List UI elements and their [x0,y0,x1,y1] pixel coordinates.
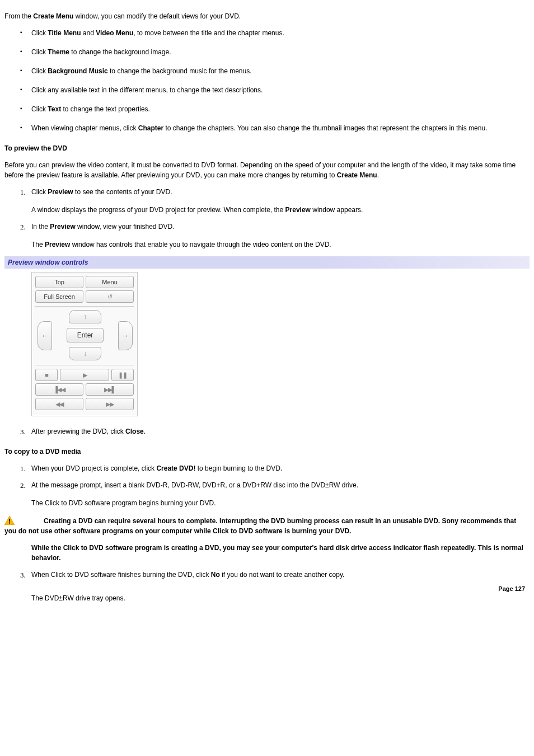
list-item: When Click to DVD software finishes burn… [20,570,530,598]
warning-icon [4,516,15,525]
fullscreen-button[interactable]: Full Screen [35,290,83,303]
list-item: When your DVD project is complete, click… [20,463,530,473]
arrow-up-icon: ↑ [83,312,87,322]
section-heading-copy: To copy to a DVD media [4,447,530,457]
play-button[interactable]: ▶ [60,369,109,381]
intro-paragraph: From the Create Menu window, you can mod… [4,11,530,21]
bullet-item: Click any available text in the differen… [20,85,530,95]
fast-forward-button[interactable]: ▶▶ [86,398,134,410]
top-button[interactable]: Top [35,276,83,288]
text-bold: Create Menu [33,12,73,20]
preview-steps-cont: After previewing the DVD, click Close. [4,426,530,436]
rewind-button[interactable]: ◀◀ [35,398,83,410]
warning-paragraph-1: Creating a DVD can require several hours… [4,516,530,536]
list-item: After previewing the DVD, click Close. [20,426,530,436]
arrow-down-icon: ↓ [83,349,87,359]
preview-intro: Before you can preview the video content… [4,160,530,180]
list-item: In the Preview window, view your finishe… [20,222,530,250]
rotate-button[interactable]: ↺ [86,290,134,303]
skip-back-button[interactable]: ▐◀◀ [35,383,83,396]
figure-caption: Preview window controls [4,256,530,269]
warning-block: Creating a DVD can require several hours… [4,516,530,563]
enter-button[interactable]: Enter [67,328,104,342]
nav-down-button[interactable]: ↓ [69,347,101,360]
list-item: At the message prompt, insert a blank DV… [20,480,530,508]
skip-back-icon: ▐◀◀ [54,385,65,395]
arrow-left-icon: ← [41,331,48,341]
preview-controls-panel: Top Menu Full Screen ↺ ↑ ← Enter → ↓ ■ ▶… [31,272,138,416]
text: window, you can modify the default views… [73,12,241,20]
stop-icon: ■ [45,370,48,380]
section-heading-preview: To preview the DVD [4,143,530,153]
copy-steps: When your DVD project is complete, click… [4,463,530,508]
play-icon: ▶ [83,370,87,380]
bullet-item: Click Background Music to change the bac… [20,66,530,76]
bullet-item: Click Theme to change the background ima… [20,47,530,57]
text: From the [4,12,33,20]
create-menu-bullets: Click Title Menu and Video Menu, to move… [4,28,530,133]
bullet-item: Click Text to change the text properties… [20,104,530,114]
pause-button[interactable]: ❚❚ [111,369,134,381]
nav-pad: ↑ ← Enter → ↓ [35,310,134,360]
copy-steps-cont: When Click to DVD software finishes burn… [4,570,530,598]
warning-paragraph-2: While the Click to DVD software program … [31,543,530,563]
pause-icon: ❚❚ [118,370,127,380]
arrow-right-icon: → [122,331,129,341]
stop-button[interactable]: ■ [35,369,58,381]
nav-right-button[interactable]: → [118,321,133,350]
rewind-icon: ◀◀ [55,400,63,409]
skip-forward-icon: ▶▶▌ [104,385,116,395]
list-item: Click Preview to see the contents of you… [20,187,530,215]
svg-rect-2 [9,523,10,524]
nav-left-button[interactable]: ← [38,321,52,350]
menu-button[interactable]: Menu [86,276,134,288]
text: The DVD±RW drive tray opens. [31,593,125,603]
bullet-item: When viewing chapter menus, click Chapte… [20,123,530,133]
nav-up-button[interactable]: ↑ [69,310,101,323]
preview-steps: Click Preview to see the contents of you… [4,187,530,250]
bullet-item: Click Title Menu and Video Menu, to move… [20,28,530,38]
page-number: Page 127 [498,584,525,594]
rotate-icon: ↺ [107,292,112,302]
skip-forward-button[interactable]: ▶▶▌ [86,383,134,396]
fast-forward-icon: ▶▶ [106,400,114,409]
svg-rect-1 [9,519,10,522]
